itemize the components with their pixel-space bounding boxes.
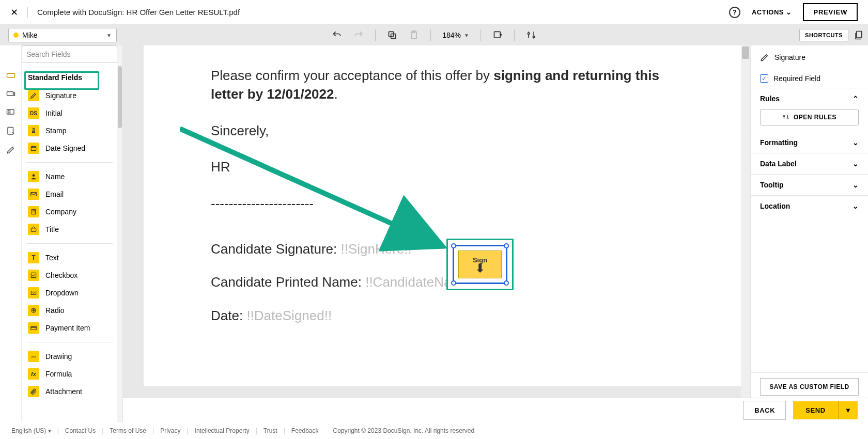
tab-prefill[interactable] [0,122,21,140]
recipient-select[interactable]: Mike ▼ [8,28,117,42]
field-category-tabs [0,45,22,422]
back-button[interactable]: BACK [743,401,786,420]
resize-handle[interactable] [504,280,509,286]
footer-link[interactable]: Intellectual Property [195,427,250,434]
accordion-rules[interactable]: Rules⌃ [751,88,868,109]
field-checkbox[interactable]: Checkbox [26,266,113,284]
tab-standard-fields[interactable] [0,66,21,85]
send-button-group: SEND ▼ [793,401,858,419]
formula-icon: fx [28,368,39,380]
briefcase-icon [28,224,39,235]
footer-link[interactable]: Trust [264,427,277,434]
footer-link[interactable]: Privacy [160,427,180,434]
field-title[interactable]: Title [26,221,113,238]
save-custom-field-button[interactable]: SAVE AS CUSTOM FIELD [760,378,859,396]
field-company[interactable]: Company [26,203,113,221]
recipient-name: Mike [22,31,106,39]
placed-signature-tag[interactable]: Sign ⬇ [446,239,514,290]
accordion-tooltip[interactable]: Tooltip⌄ [751,174,868,195]
checkbox-icon: ✓ [760,74,768,83]
doc-paragraph: Sincerely, [211,121,678,140]
send-dropdown-button[interactable]: ▼ [838,401,858,419]
field-label: Checkbox [45,271,78,279]
actions-button[interactable]: ACTIONS ⌄ [752,8,792,16]
properties-panel: Signature ✓ Required Field Rules⌃ OPEN R… [750,45,868,422]
field-label: Initial [45,109,63,117]
undo-icon[interactable] [332,30,342,40]
vertical-scrollbar[interactable] [741,45,750,422]
zoom-control[interactable]: 184% ▼ [442,31,469,39]
settings-icon[interactable] [526,30,536,40]
toolbar-center: 184% ▼ [332,29,536,41]
clear-search-icon[interactable]: ✕ [117,50,117,58]
svg-rect-20 [31,291,36,295]
doc-paragraph: Please confirm your acceptance of this o… [211,66,678,104]
chevron-down-icon: ⌄ [853,181,859,189]
paste-icon[interactable] [409,30,419,40]
field-email[interactable]: Email [26,185,113,203]
field-radio[interactable]: Radio [26,302,113,319]
field-initial[interactable]: DSInitial [26,104,113,122]
accordion-data-label[interactable]: Data Label⌄ [751,153,868,174]
user-icon [28,171,39,182]
send-button[interactable]: SEND [793,401,838,419]
accordion-formatting[interactable]: Formatting⌄ [751,132,868,153]
chevron-down-icon: ▼ [845,406,851,414]
scrollbar[interactable] [117,45,122,422]
search-fields[interactable]: ✕ [22,45,117,63]
resize-handle[interactable] [504,243,509,248]
close-icon[interactable]: ✕ [10,7,18,18]
field-name[interactable]: Name [26,168,113,185]
field-label: Formula [45,370,72,378]
required-field-checkbox[interactable]: ✓ Required Field [760,74,859,83]
svg-rect-9 [7,92,13,96]
redo-icon[interactable] [353,30,364,40]
pen-icon [28,90,39,101]
copyright: Copyright © 2023 DocuSign, Inc. All righ… [333,427,475,434]
rotate-icon[interactable] [492,30,503,40]
resize-handle[interactable] [451,280,456,286]
field-stamp[interactable]: Stamp [26,122,113,139]
field-signature[interactable]: Signature [26,87,113,104]
shortcuts-button[interactable]: SHORTCUTS [799,29,848,41]
tab-edit[interactable] [0,140,21,159]
toolbar-right: SHORTCUTS [799,29,864,41]
footer: English (US) ▾ | Contact Us| Terms of Us… [0,422,868,439]
svg-point-6 [533,36,534,38]
copy-icon[interactable] [387,30,397,40]
pages-icon[interactable] [854,30,864,40]
doc-line-date: Date: !!DateSigned!! [211,306,678,325]
tab-merge-fields[interactable] [0,103,21,122]
drawing-icon [28,351,39,362]
document-canvas[interactable]: Please confirm your acceptance of this o… [123,45,750,422]
field-drawing[interactable]: Drawing [26,348,113,365]
help-icon[interactable]: ? [729,7,740,18]
field-label: Stamp [45,127,66,135]
bottom-action-bar: BACK SEND ▼ [123,398,868,422]
open-rules-button[interactable]: OPEN RULES [760,109,859,126]
search-input[interactable] [26,50,117,58]
footer-link[interactable]: Terms of Use [110,427,146,434]
field-label: Drawing [45,352,72,360]
accordion-location[interactable]: Location⌄ [751,195,868,216]
download-arrow-icon: ⬇ [475,264,485,273]
field-formula[interactable]: fxFormula [26,365,113,383]
resize-handle[interactable] [451,243,456,248]
field-dropdown[interactable]: Dropdown [26,284,113,302]
preview-button[interactable]: PREVIEW [803,3,858,21]
field-attachment[interactable]: Attachment [26,383,113,400]
header-right: ? ACTIONS ⌄ PREVIEW [729,3,858,21]
field-payment[interactable]: Payment Item [26,319,113,337]
footer-link[interactable]: Feedback [291,427,319,434]
attachment-icon [28,386,39,397]
chevron-down-icon: ⌄ [853,138,859,147]
svg-rect-18 [31,228,36,231]
text-icon: T [28,252,39,263]
footer-link[interactable]: Contact Us [65,427,96,434]
language-select[interactable]: English (US) ▾ [11,427,51,434]
field-text[interactable]: TText [26,249,113,266]
properties-header: Signature [751,45,868,69]
properties-title: Signature [774,53,805,61]
field-date-signed[interactable]: Date Signed [26,139,113,157]
tab-custom-fields[interactable] [0,85,21,103]
